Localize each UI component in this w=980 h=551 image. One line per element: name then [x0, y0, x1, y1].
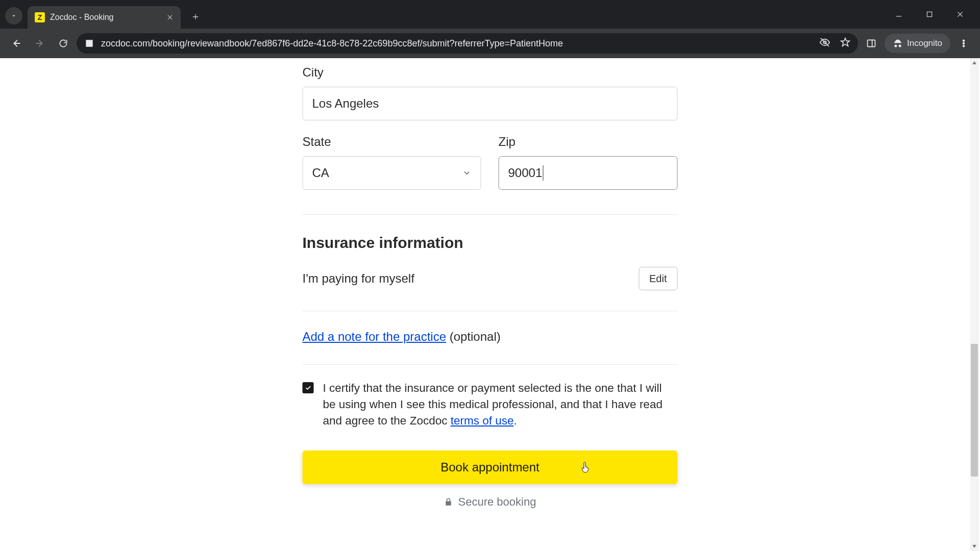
incognito-label: Incognito: [907, 38, 942, 48]
city-label: City: [303, 65, 678, 80]
edit-insurance-button[interactable]: Edit: [639, 267, 677, 290]
secure-label: Secure booking: [458, 495, 536, 509]
svg-rect-2: [868, 40, 875, 46]
tab-title: Zocdoc - Booking: [50, 13, 114, 22]
edit-label: Edit: [649, 273, 667, 285]
state-value: CA: [312, 166, 329, 180]
section-divider: [303, 214, 678, 215]
state-select[interactable]: CA: [303, 156, 481, 190]
site-info-icon[interactable]: [84, 38, 95, 49]
booking-form: City Los Angeles State CA Zip 90001 Insu…: [303, 65, 678, 509]
section-divider: [303, 311, 678, 311]
book-appointment-button[interactable]: Book appointment: [303, 450, 678, 484]
page-scrollbar[interactable]: [970, 58, 979, 551]
favicon-icon: Z: [35, 12, 45, 22]
terms-of-use-link[interactable]: terms of use: [451, 414, 514, 427]
insurance-heading: Insurance information: [303, 234, 678, 252]
zip-input[interactable]: 90001: [499, 156, 678, 190]
certify-text: I certify that the insurance or payment …: [323, 380, 678, 429]
browser-tab[interactable]: Z Zocdoc - Booking: [28, 6, 181, 29]
text-caret: [543, 165, 543, 181]
window-close-button[interactable]: [951, 6, 969, 23]
window-minimize-button[interactable]: [890, 6, 908, 23]
window-maximize-button[interactable]: [921, 6, 938, 23]
scrollbar-thumb[interactable]: [971, 344, 978, 477]
side-panel-button[interactable]: [861, 33, 881, 54]
svg-point-4: [963, 43, 965, 44]
city-value: Los Angeles: [312, 96, 379, 111]
scroll-up-arrow[interactable]: [970, 58, 979, 67]
browser-toolbar: zocdoc.com/booking/reviewandbook/7ed867f…: [0, 29, 980, 58]
chevron-down-icon: [462, 168, 472, 178]
lock-icon: [444, 497, 453, 507]
zip-label: Zip: [499, 135, 678, 149]
nav-back-button[interactable]: [6, 33, 27, 54]
scroll-down-arrow[interactable]: [970, 542, 979, 551]
browser-tab-strip: Z Zocdoc - Booking: [0, 0, 980, 29]
certify-text-after: .: [513, 414, 517, 427]
incognito-indicator[interactable]: Incognito: [885, 34, 950, 53]
svg-point-5: [963, 45, 965, 47]
book-label: Book appointment: [440, 460, 539, 474]
window-controls: [890, 0, 976, 29]
secure-booking-line: Secure booking: [303, 495, 678, 509]
bookmark-icon[interactable]: [840, 37, 851, 51]
page-viewport: City Los Angeles State CA Zip 90001 Insu…: [0, 58, 980, 551]
tracking-protection-icon[interactable]: [819, 37, 830, 51]
zip-value: 90001: [508, 166, 543, 180]
certify-checkbox[interactable]: [303, 382, 314, 393]
browser-menu-button[interactable]: [953, 33, 974, 54]
nav-forward-button[interactable]: [30, 33, 50, 54]
state-label: State: [303, 135, 481, 149]
tab-close-button[interactable]: [166, 14, 174, 21]
tab-search-button[interactable]: [5, 7, 22, 24]
optional-label: (optional): [446, 330, 501, 343]
nav-reload-button[interactable]: [53, 33, 74, 54]
city-input[interactable]: Los Angeles: [303, 87, 678, 120]
cursor-icon: [581, 461, 592, 475]
add-note-link[interactable]: Add a note for the practice: [303, 330, 447, 343]
add-note-line: Add a note for the practice (optional): [303, 330, 678, 344]
svg-rect-0: [927, 12, 932, 16]
section-divider: [303, 364, 678, 365]
svg-point-3: [963, 40, 965, 41]
url-text: zocdoc.com/booking/reviewandbook/7ed867f…: [101, 38, 563, 49]
new-tab-button[interactable]: [187, 8, 204, 26]
insurance-summary: I'm paying for myself: [303, 271, 414, 286]
address-bar[interactable]: zocdoc.com/booking/reviewandbook/7ed867f…: [77, 33, 858, 54]
